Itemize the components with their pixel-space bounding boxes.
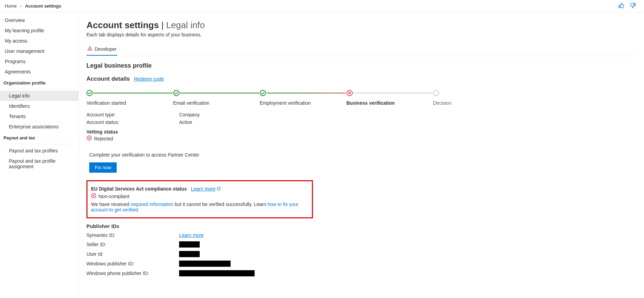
sidebar-item-overview[interactable]: Overview — [0, 15, 79, 25]
eu-status-message: We have received required information bu… — [91, 202, 308, 213]
sidebar-item-learning-profile[interactable]: My learning profile — [0, 25, 79, 36]
sidebar-item-programs[interactable]: Programs — [0, 56, 79, 67]
required-info-link[interactable]: required information — [131, 202, 174, 207]
x-icon — [86, 135, 92, 142]
thumbs-down-icon[interactable] — [630, 2, 636, 10]
eu-dsa-compliance-box: EU Digital Services Act compliance statu… — [86, 180, 313, 218]
check-icon — [173, 90, 179, 96]
check-icon — [260, 90, 266, 96]
page-subtitle: Each tab displays details for aspects of… — [86, 32, 636, 37]
step-label: Verification started — [86, 100, 173, 106]
sidebar-item-user-management[interactable]: User management — [0, 46, 79, 56]
chevron-right-icon: › — [20, 3, 22, 9]
fix-now-button[interactable]: Fix now — [89, 162, 117, 173]
sidebar-group-payout: Payout and tax — [0, 132, 79, 142]
sidebar-item-tenants[interactable]: Tenants — [0, 111, 79, 122]
redeem-code-link[interactable]: Redeem code — [134, 76, 164, 82]
eu-dsa-title: EU Digital Services Act compliance statu… — [91, 186, 187, 192]
account-type-value: Company — [179, 112, 200, 117]
step-label: Employment verification — [260, 100, 347, 106]
windows-publisher-id-label: Windows publisher ID: — [86, 261, 179, 266]
sidebar-item-payout-profiles[interactable]: Payout and tax profiles — [0, 146, 79, 156]
eu-status-value: Non-compliant — [98, 194, 129, 199]
symantec-learn-more-link[interactable]: Learn more — [179, 232, 204, 238]
vetting-status-label: Vetting status — [86, 129, 636, 135]
warning-icon — [87, 46, 93, 52]
sidebar: Overview My learning profile My access U… — [0, 12, 79, 294]
symantec-id-label: Symantec ID: — [86, 232, 179, 238]
external-link-icon — [216, 186, 221, 191]
x-icon — [91, 193, 96, 199]
step-label: Email verification — [173, 100, 260, 106]
seller-id-value — [179, 241, 200, 248]
main-content: Account settings | Legal info Each tab d… — [79, 12, 644, 294]
account-status-label: Account status: — [86, 119, 179, 125]
user-id-value — [179, 251, 200, 257]
x-icon — [347, 90, 353, 96]
vetting-status-value: Rejected — [94, 136, 113, 141]
legal-business-heading: Legal business profile — [86, 62, 636, 69]
windows-phone-publisher-id-value — [179, 270, 255, 276]
verification-stepper: Verification started Email verification … — [86, 90, 454, 106]
breadcrumb-home[interactable]: Home — [5, 3, 17, 9]
breadcrumb-current: Account settings — [25, 3, 61, 9]
seller-id-label: Seller ID: — [86, 242, 179, 247]
check-icon — [86, 90, 93, 96]
user-id-label: User Id: — [86, 251, 179, 257]
account-type-label: Account type: — [86, 112, 179, 117]
publisher-ids-heading: Publisher IDs — [86, 223, 636, 229]
sidebar-item-legal-info[interactable]: Legal info — [0, 91, 79, 101]
sidebar-item-identifiers[interactable]: Identifiers — [0, 101, 79, 111]
tab-developer[interactable]: Developer — [86, 44, 117, 56]
sidebar-group-org-profile: Organization profile — [0, 77, 79, 88]
complete-verification-text: Complete your verification to access Par… — [86, 152, 636, 158]
account-details-heading: Account details — [86, 76, 130, 82]
windows-phone-publisher-id-label: Windows phone publisher ID: — [86, 271, 179, 276]
sidebar-item-enterprise-assoc[interactable]: Enterprise associations — [0, 122, 79, 132]
sidebar-item-payout-assignment[interactable]: Payout and tax profile assignment — [0, 156, 79, 172]
breadcrumb: Home › Account settings — [5, 3, 61, 9]
sidebar-item-my-access[interactable]: My access — [0, 36, 79, 46]
sidebar-item-agreements[interactable]: Agreements — [0, 67, 79, 77]
thumbs-up-icon[interactable] — [618, 2, 625, 10]
pending-icon — [433, 90, 439, 96]
account-status-value: Active — [179, 119, 192, 125]
eu-learn-more-link[interactable]: Learn more — [191, 186, 221, 192]
svg-point-1 — [90, 49, 90, 49]
step-label: Business verification — [347, 100, 433, 106]
step-label: Decision — [433, 100, 454, 106]
page-title: Account settings | Legal info — [86, 20, 636, 31]
windows-publisher-id-value — [179, 261, 231, 267]
